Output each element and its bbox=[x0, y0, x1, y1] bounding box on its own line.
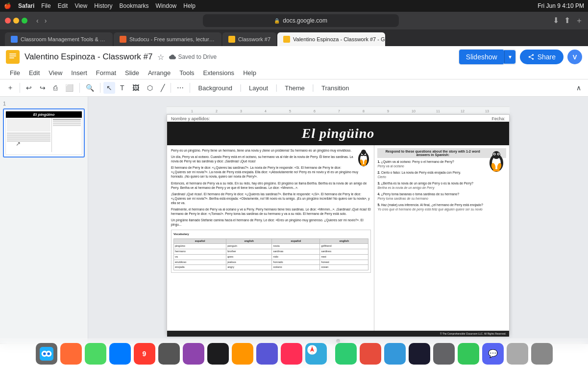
menubar-window[interactable]: Window bbox=[156, 2, 177, 9]
dock-notes[interactable] bbox=[183, 343, 204, 365]
dock-keynote[interactable] bbox=[360, 343, 381, 365]
penguin-image bbox=[356, 148, 371, 168]
svg-rect-1 bbox=[9, 53, 16, 54]
dock-trash[interactable] bbox=[531, 343, 553, 365]
svg-text:6: 6 bbox=[314, 109, 316, 113]
dock-spotify[interactable] bbox=[458, 343, 479, 365]
story-para-5: ¡Sardinas! ¡Qué ricas!. El hermano de Pe… bbox=[171, 192, 371, 205]
menubar-file[interactable]: File bbox=[41, 2, 50, 9]
toolbar-collapse-button[interactable]: ∧ bbox=[573, 82, 584, 94]
tab-slides-icon bbox=[283, 36, 290, 43]
toolbar-zoom-button[interactable]: 🔍 bbox=[83, 82, 97, 94]
svg-point-35 bbox=[498, 154, 499, 155]
dock-numbers[interactable] bbox=[335, 343, 357, 365]
menubar-help[interactable]: Help bbox=[183, 2, 196, 9]
dock-reminders[interactable] bbox=[158, 343, 180, 365]
maximize-button[interactable] bbox=[22, 18, 27, 24]
svg-point-43 bbox=[43, 352, 46, 355]
minimize-button[interactable] bbox=[13, 18, 19, 24]
dock-tv[interactable] bbox=[207, 343, 229, 365]
tab-classroom-icon bbox=[11, 36, 18, 43]
menu-tools[interactable]: Tools bbox=[175, 68, 198, 78]
slideshow-dropdown-button[interactable]: ▾ bbox=[504, 50, 515, 64]
new-tab-icon[interactable]: ＋ bbox=[575, 16, 583, 26]
close-button[interactable] bbox=[5, 18, 11, 24]
share-button[interactable]: Share bbox=[520, 50, 564, 64]
toolbar-select-button[interactable]: ↖ bbox=[103, 82, 115, 94]
apple-menu[interactable]: 🍎 bbox=[4, 2, 11, 9]
svg-text:8: 8 bbox=[363, 109, 365, 113]
dock-discord[interactable]: 💬 bbox=[482, 343, 504, 365]
slides-app: Valentino Espinoza - Classwork #7 ☆ Save… bbox=[0, 46, 588, 368]
svg-point-44 bbox=[47, 352, 50, 355]
toolbar-line-button[interactable]: ╱ bbox=[158, 82, 168, 94]
toolbar-background-button[interactable]: Background bbox=[193, 82, 238, 94]
toolbar-print-button[interactable]: ⎙ bbox=[50, 82, 60, 94]
back-button[interactable]: ‹ bbox=[34, 16, 41, 26]
toolbar-add-button[interactable]: ＋ bbox=[4, 81, 17, 94]
address-bar[interactable]: 🔒 docs.google.com bbox=[203, 14, 399, 27]
toolbar-undo-button[interactable]: ↩ bbox=[23, 82, 35, 94]
slide-canvas[interactable]: Nombre y apellidos: Fecha: El pingüino bbox=[167, 114, 510, 335]
toolbar-theme-button[interactable]: Theme bbox=[279, 82, 310, 94]
svg-text:10: 10 bbox=[412, 109, 416, 113]
slideshow-button[interactable]: Slideshow bbox=[459, 50, 504, 64]
menubar-history[interactable]: History bbox=[94, 2, 112, 9]
tab-studocu[interactable]: Studocu - Free summaries, lecture notes … bbox=[114, 32, 221, 46]
dock-maps[interactable] bbox=[109, 343, 131, 365]
tab-slides-active[interactable]: Valentino Espinoza - Classwork #7 - Goog… bbox=[277, 32, 385, 46]
penguin-icon-right bbox=[487, 148, 506, 175]
qa-item-3: 3. ¿Bertha es la novia de un amigo de Pe… bbox=[377, 182, 506, 189]
menu-insert[interactable]: Insert bbox=[67, 68, 91, 78]
toolbar-paintformat-button[interactable]: ⬜ bbox=[62, 82, 76, 94]
menu-arrange[interactable]: Arrange bbox=[144, 68, 174, 78]
dock-music[interactable] bbox=[232, 343, 253, 365]
svg-text:12: 12 bbox=[461, 109, 465, 113]
story-para-4: Entonces, el hermano de Perry va a su ni… bbox=[171, 181, 371, 190]
menu-extensions[interactable]: Extensions bbox=[199, 68, 239, 78]
star-button[interactable]: ☆ bbox=[157, 53, 164, 62]
dock-facetime[interactable] bbox=[85, 343, 106, 365]
toolbar-transition-button[interactable]: Transition bbox=[316, 82, 355, 94]
toolbar-textbox-button[interactable]: T bbox=[117, 82, 127, 94]
dock-pages[interactable] bbox=[384, 343, 406, 365]
address-text: docs.google.com bbox=[283, 17, 327, 24]
dock-safari[interactable] bbox=[305, 343, 327, 365]
forward-button[interactable]: › bbox=[43, 16, 49, 26]
toolbar-shape-button[interactable]: ⬡ bbox=[144, 82, 156, 94]
dock-systemprefs[interactable] bbox=[433, 343, 455, 365]
svg-text:1: 1 bbox=[191, 109, 193, 113]
word-bank: Vocabulary españolenglishespañolenglish … bbox=[171, 230, 371, 273]
svg-point-34 bbox=[494, 154, 495, 155]
tab-classwork[interactable]: Classwork #7 bbox=[222, 32, 276, 46]
menubar-bookmarks[interactable]: Bookmarks bbox=[120, 2, 149, 9]
dock-finder2[interactable] bbox=[507, 343, 528, 365]
dock-podcasts[interactable] bbox=[256, 343, 278, 365]
canvas-area[interactable]: 1 2 3 4 5 6 7 8 9 10 11 12 13 bbox=[88, 97, 588, 343]
slides-document-title[interactable]: Valentino Espinoza - Classwork #7 bbox=[24, 52, 152, 62]
slide-thumbnail[interactable]: El pingüino bbox=[3, 108, 85, 158]
user-avatar[interactable]: V bbox=[567, 50, 582, 64]
toolbar-redo-button[interactable]: ↪ bbox=[37, 82, 49, 94]
toolbar-image-button[interactable]: 🖼 bbox=[129, 82, 142, 94]
dock-news[interactable] bbox=[281, 343, 302, 365]
menu-slide[interactable]: Slide bbox=[121, 68, 143, 78]
menubar-view[interactable]: View bbox=[74, 2, 87, 9]
menu-help[interactable]: Help bbox=[239, 68, 260, 78]
slide-story-column: Perry es un pingüino. Perry tiene un her… bbox=[167, 145, 374, 331]
tab-classroom[interactable]: Classroom Management Tools & Resources -… bbox=[5, 32, 113, 46]
dock-appstore[interactable] bbox=[409, 343, 430, 365]
dock-finder[interactable] bbox=[36, 343, 57, 365]
menubar-edit[interactable]: Edit bbox=[58, 2, 68, 9]
menu-edit[interactable]: Edit bbox=[25, 68, 44, 78]
svg-rect-0 bbox=[8, 52, 17, 62]
menubar-safari[interactable]: Safari bbox=[18, 2, 34, 9]
date-label: Fecha: bbox=[491, 116, 505, 121]
menu-file[interactable]: File bbox=[6, 68, 24, 78]
toolbar-more-button[interactable]: ⋯ bbox=[174, 82, 187, 94]
menu-view[interactable]: View bbox=[45, 68, 66, 78]
dock-launchpad[interactable] bbox=[60, 343, 82, 365]
toolbar-layout-button[interactable]: Layout bbox=[244, 82, 273, 94]
dock-calendar[interactable]: 9 bbox=[134, 343, 155, 365]
menu-format[interactable]: Format bbox=[92, 68, 120, 78]
